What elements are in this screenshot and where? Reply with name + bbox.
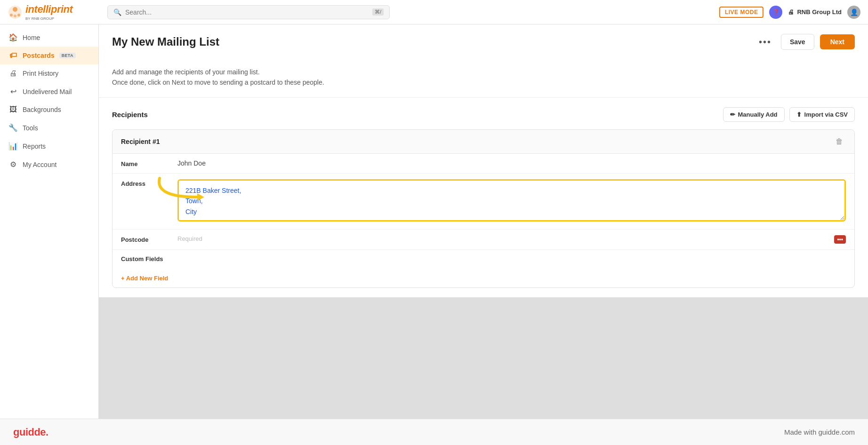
save-button[interactable]: Save	[781, 34, 814, 50]
sidebar-item-print-history[interactable]: 🖨 Print History	[0, 64, 98, 82]
logo-text: intelliprint	[25, 3, 72, 16]
printer-icon: 🖨	[788, 8, 794, 16]
svg-point-3	[17, 14, 20, 16]
sidebar-item-label: My Account	[23, 161, 56, 168]
upload-icon: ⬆	[796, 111, 802, 118]
name-label: Name	[121, 159, 168, 167]
topbar-right: LIVE MODE ❓ 🖨 RNB Group Ltd 👤	[719, 6, 860, 19]
account-icon: ⚙	[8, 160, 18, 169]
recipients-section-header: Recipients ✏ Manually Add ⬆ Import via C…	[99, 97, 868, 129]
sidebar-item-label: Tools	[23, 124, 38, 132]
sidebar-item-home[interactable]: 🏠 Home	[0, 28, 98, 47]
name-value: John Doe	[177, 159, 846, 167]
postcards-icon: 🏷	[8, 51, 18, 60]
sidebar-item-backgrounds[interactable]: 🖼 Backgrounds	[0, 101, 98, 119]
search-input[interactable]	[125, 8, 369, 16]
sidebar-item-label: Print History	[23, 70, 58, 77]
address-field-row: Address	[113, 174, 854, 230]
sidebar: 🏠 Home 🏷 Postcards BETA 🖨 Print History …	[0, 24, 99, 419]
name-field-row: Name John Doe	[113, 154, 854, 174]
postcode-field-row: Postcode Required •••	[113, 230, 854, 250]
guidde-footer: guidde. Made with guidde.com	[0, 419, 868, 445]
logo-sub: BY RNB GROUP	[25, 16, 72, 21]
description-line1: Add and manage the recipients of your ma…	[112, 67, 855, 77]
company-selector[interactable]: 🖨 RNB Group Ltd	[788, 8, 842, 16]
sidebar-item-undelivered-mail[interactable]: ↩ Undelivered Mail	[0, 82, 98, 101]
recipients-title: Recipients	[112, 111, 148, 119]
sidebar-item-label: Backgrounds	[23, 106, 61, 113]
user-avatar[interactable]: 👤	[847, 6, 860, 19]
main-content: My New Mailing List ••• Save Next Add an…	[99, 24, 868, 419]
postcode-label: Postcode	[121, 235, 168, 243]
manually-add-button[interactable]: ✏ Manually Add	[723, 107, 785, 122]
page-title: My New Mailing List	[112, 35, 219, 48]
guidde-logo: guidde.	[13, 426, 48, 438]
content-wrapper: My New Mailing List ••• Save Next Add an…	[99, 24, 868, 297]
recipient-header: Recipient #1 🗑	[113, 130, 854, 154]
postcode-required: Required	[177, 235, 825, 242]
address-textarea[interactable]	[177, 179, 846, 222]
page-description: Add and manage the recipients of your ma…	[99, 67, 868, 97]
address-label: Address	[121, 179, 168, 187]
sidebar-item-tools[interactable]: 🔧 Tools	[0, 119, 98, 137]
search-icon: 🔍	[113, 8, 121, 16]
delete-recipient-button[interactable]: 🗑	[833, 136, 846, 147]
home-icon: 🏠	[8, 33, 18, 42]
manually-add-label: Manually Add	[738, 111, 778, 118]
logo-area: intelliprint BY RNB GROUP	[8, 3, 102, 21]
svg-point-4	[14, 15, 16, 17]
search-shortcut: ⌘/	[372, 8, 384, 16]
tools-icon: 🔧	[8, 123, 18, 132]
sidebar-item-postcards[interactable]: 🏷 Postcards BETA	[0, 47, 98, 64]
company-name-text: RNB Group Ltd	[797, 8, 842, 16]
sidebar-item-my-account[interactable]: ⚙ My Account	[0, 155, 98, 174]
next-button[interactable]: Next	[820, 34, 855, 49]
beta-badge: BETA	[59, 53, 76, 58]
backgrounds-icon: 🖼	[8, 105, 18, 114]
print-icon: 🖨	[8, 69, 18, 78]
undelivered-icon: ↩	[8, 87, 18, 96]
recipient-number: Recipient #1	[121, 138, 160, 145]
page-header-actions: ••• Save Next	[755, 34, 855, 50]
page-header: My New Mailing List ••• Save Next	[99, 24, 868, 59]
reports-icon: 📊	[8, 142, 18, 151]
pencil-icon: ✏	[730, 111, 735, 118]
recipient-card-1: Recipient #1 🗑 Name John Doe Address	[112, 129, 855, 288]
custom-fields-label: Custom Fields	[121, 255, 163, 262]
sidebar-item-label: Home	[23, 34, 40, 41]
import-csv-button[interactable]: ⬆ Import via CSV	[789, 107, 855, 122]
sidebar-item-label: Postcards	[23, 52, 55, 59]
topbar: intelliprint BY RNB GROUP 🔍 ⌘/ LIVE MODE…	[0, 0, 868, 24]
postcode-error-icon: •••	[834, 235, 846, 244]
import-csv-label: Import via CSV	[804, 111, 848, 118]
notification-icon[interactable]: ❓	[769, 6, 782, 19]
live-mode-badge[interactable]: LIVE MODE	[719, 7, 764, 18]
recipient-fields: Name John Doe Address	[113, 154, 854, 287]
intelliprint-logo-icon	[8, 5, 23, 20]
add-new-field-button[interactable]: + Add New Field	[121, 275, 168, 282]
custom-fields-row: Custom Fields + Add New Field	[113, 250, 854, 287]
sidebar-item-label: Reports	[23, 143, 46, 150]
search-bar[interactable]: 🔍 ⌘/	[107, 5, 390, 19]
address-textarea-wrap	[177, 179, 846, 223]
svg-point-1	[13, 7, 17, 12]
main-layout: 🏠 Home 🏷 Postcards BETA 🖨 Print History …	[0, 24, 868, 419]
guidde-made-with: Made with guidde.com	[784, 428, 855, 436]
sidebar-item-reports[interactable]: 📊 Reports	[0, 137, 98, 155]
more-options-button[interactable]: •••	[755, 35, 775, 49]
description-line2: Once done, click on Next to move to send…	[112, 77, 855, 87]
sidebar-item-label: Undelivered Mail	[23, 88, 72, 95]
section-actions: ✏ Manually Add ⬆ Import via CSV	[723, 107, 855, 122]
svg-point-2	[10, 14, 13, 16]
